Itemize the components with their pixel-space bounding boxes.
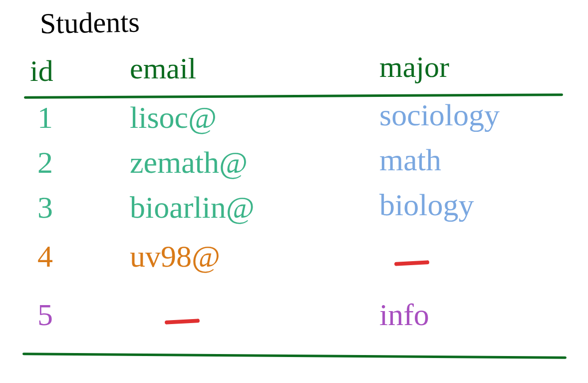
footer-rule: [22, 353, 567, 359]
cell-major: info: [379, 297, 429, 333]
cell-major: biology: [379, 187, 474, 223]
col-header-id: id: [30, 54, 53, 88]
col-header-major: major: [379, 50, 449, 84]
cell-email: lisoc@: [130, 100, 217, 135]
cell-id: 2: [37, 145, 53, 180]
cell-major-missing: [394, 260, 429, 266]
cell-email: zemath@: [130, 145, 248, 180]
cell-id: 4: [37, 239, 53, 274]
col-header-email: email: [130, 51, 196, 86]
cell-id: 3: [37, 190, 53, 225]
cell-email: bioarlin@: [130, 190, 255, 225]
cell-major: math: [379, 142, 441, 178]
cell-id: 5: [37, 297, 53, 333]
diagram-canvas: Students id email major 1 lisoc@ sociolo…: [0, 0, 588, 383]
cell-email-missing: [165, 319, 200, 325]
cell-id: 1: [37, 100, 53, 135]
table-title: Students: [39, 5, 140, 40]
cell-email: uv98@: [130, 239, 220, 274]
cell-major: sociology: [379, 97, 500, 133]
